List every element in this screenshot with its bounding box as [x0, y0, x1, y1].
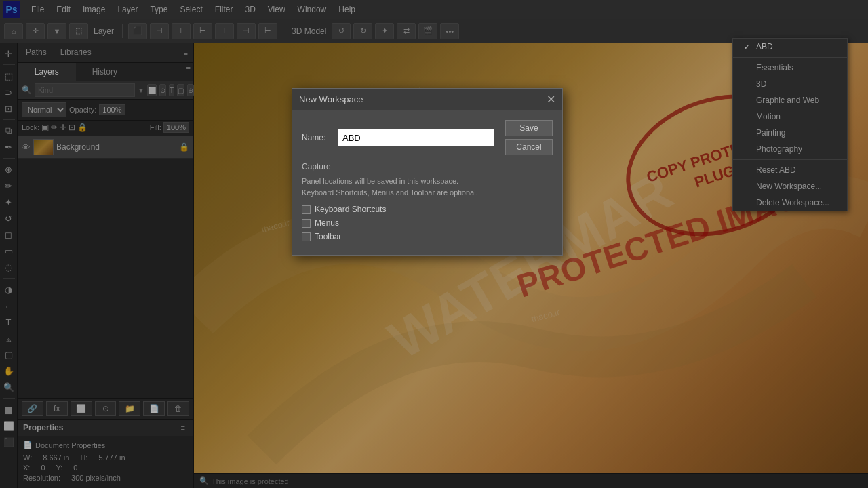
dialog-menus-checkbox[interactable] [302, 219, 311, 228]
dialog-toolbar-row: Toolbar [302, 232, 553, 241]
dialog-title: New Workspace [299, 94, 363, 104]
dialog-name-input[interactable] [338, 129, 494, 146]
dialog-save-button[interactable]: Save [505, 120, 553, 136]
dialog-body: Name: Save Cancel Capture Panel location… [292, 110, 562, 255]
dialog-capture-label: Capture [302, 162, 331, 171]
dialog-keyboard-row: Keyboard Shortcuts [302, 205, 553, 214]
dialog-close-button[interactable]: ✕ [547, 93, 555, 106]
dialog-menus-label: Menus [315, 218, 339, 228]
new-workspace-dialog: New Workspace ✕ Name: Save Cancel Captur… [292, 88, 563, 256]
dialog-toolbar-label: Toolbar [315, 232, 341, 241]
dialog-menus-row: Menus [302, 218, 553, 228]
dialog-name-label: Name: [302, 133, 332, 142]
dialog-content-row: Capture Panel locations will be saved in… [302, 162, 553, 245]
dialog-left-content: Capture Panel locations will be saved in… [302, 162, 553, 245]
dialog-toolbar-checkbox[interactable] [302, 232, 311, 241]
dialog-name-row: Name: Save Cancel [302, 120, 553, 155]
dialog-keyboard-label: Keyboard Shortcuts [315, 205, 386, 214]
dialog-keyboard-checkbox[interactable] [302, 205, 311, 214]
dialog-buttons: Save Cancel [505, 120, 553, 155]
dialog-overlay: New Workspace ✕ Name: Save Cancel Captur… [0, 0, 868, 488]
dialog-titlebar: New Workspace ✕ [292, 89, 562, 110]
dialog-description: Panel locations will be saved in this wo… [302, 176, 553, 198]
dialog-cancel-button[interactable]: Cancel [505, 139, 553, 155]
